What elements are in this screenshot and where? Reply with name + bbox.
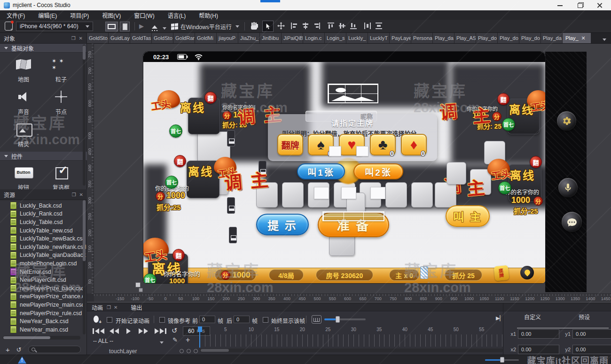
menu-item[interactable]: 视图(V) [95, 10, 127, 20]
editor-tab-active[interactable]: Play_ ✕ [563, 33, 591, 43]
editor-tab[interactable]: Play_do [476, 33, 497, 43]
record-checkbox[interactable] [107, 317, 112, 323]
object-item[interactable]: Button 按钮 [5, 166, 42, 191]
close-tab-icon[interactable]: ✕ [581, 35, 586, 41]
objects-scrollbar[interactable] [83, 45, 86, 186]
skip-start-button[interactable] [93, 328, 104, 334]
call-two-button[interactable]: 叫2张 [353, 163, 403, 179]
editor-tab[interactable]: Play_AS [454, 33, 476, 43]
editor-tab[interactable]: Play_da [433, 33, 454, 43]
add-keyframe-icon[interactable] [94, 316, 99, 323]
editor-tab[interactable]: LucklyT [368, 33, 389, 43]
card-placeholder[interactable] [282, 182, 304, 208]
float-panel-icon[interactable]: ❐ [107, 305, 111, 310]
tab-preset[interactable]: 预设 [579, 313, 590, 321]
add-animation-icon[interactable]: + [186, 336, 190, 344]
device-select[interactable]: iPhone 4/4S(960 * 640) [16, 22, 93, 31]
editor-tab[interactable]: Login_s [325, 33, 346, 43]
minimize-button[interactable] [557, 2, 563, 8]
object-item[interactable]: 地图 [5, 58, 42, 83]
card-placeholder[interactable] [446, 162, 466, 185]
card-slot[interactable] [356, 146, 368, 156]
call-master-button[interactable]: 叫 主 [446, 205, 490, 227]
file-item[interactable]: mobilePhoneLogin.csd [10, 259, 87, 268]
tab-overflow-icon[interactable] [603, 39, 606, 43]
chat-button[interactable] [562, 212, 582, 232]
file-item[interactable]: NewPlayerGift.csd [10, 276, 87, 284]
object-item[interactable]: 节点 [42, 91, 80, 116]
align-center-horizontal-icon[interactable] [302, 22, 309, 30]
tab-custom[interactable]: 自定义 [524, 313, 541, 321]
editor-tab[interactable]: JiPaiQiB [282, 33, 303, 43]
card-slot[interactable] [329, 146, 341, 156]
editor-tab[interactable]: GoldMi [195, 33, 216, 43]
move-tool-icon[interactable] [277, 22, 285, 30]
animation-filter[interactable]: -- ALL -- [93, 338, 113, 344]
publish-icon[interactable] [150, 23, 159, 31]
file-item[interactable]: newPlayerPrize_back.csd [10, 284, 87, 293]
suit-button[interactable]: ♣ 0 [370, 134, 396, 155]
edit-icon[interactable]: ✎ [172, 336, 178, 343]
card-placeholder[interactable] [435, 182, 456, 208]
restore-button[interactable] [577, 2, 583, 8]
new-scene-icon[interactable] [5, 22, 13, 31]
editor-tab[interactable]: GuidLay [109, 33, 130, 43]
file-item[interactable]: LucklyTable_qianDaoBack [10, 251, 87, 260]
card-placeholder[interactable] [385, 182, 407, 208]
menu-item[interactable]: 窗口(W) [127, 10, 161, 20]
close-panel-icon[interactable]: ✕ [79, 192, 83, 197]
float-panel-icon[interactable]: ❐ [72, 192, 76, 197]
editor-tab[interactable]: JinBibu [260, 33, 281, 43]
editor-tab[interactable]: Login.c [303, 33, 324, 43]
file-item[interactable]: NewYear_main.csd [10, 325, 87, 334]
fast-forward-button[interactable] [139, 328, 148, 334]
close-panel-icon[interactable]: ✕ [79, 36, 83, 41]
file-item[interactable]: newPlayerPrize_rule.csd [10, 309, 87, 318]
voice-button[interactable] [558, 178, 578, 197]
card-slot[interactable] [370, 187, 385, 199]
layer-name[interactable]: touchLayer [109, 348, 137, 355]
field-input[interactable]: 0.00 [518, 329, 559, 339]
sprite-placeholder[interactable] [328, 84, 378, 103]
select-tool[interactable] [262, 21, 274, 32]
call-one-button[interactable]: 叫1张 [297, 163, 345, 179]
align-top-icon[interactable] [327, 22, 335, 30]
location-pin-icon[interactable] [520, 266, 534, 279]
align-left-icon[interactable] [290, 22, 298, 30]
editor-tab[interactable]: JiaZhu_ [238, 33, 259, 43]
refresh-icon[interactable]: ↺ [16, 346, 22, 353]
file-item[interactable]: newPlayerPrize_main.csd [10, 301, 87, 309]
editor-tab[interactable]: Play_do [519, 33, 540, 43]
editor-tab[interactable]: Play_do [498, 33, 519, 43]
editor-tab[interactable]: Play_da [541, 33, 562, 43]
editor-tab[interactable]: GoldRar [173, 33, 195, 43]
add-resource-icon[interactable]: + [6, 346, 10, 354]
warning-icon[interactable] [18, 356, 26, 364]
section-basic-objects[interactable]: 基础对象 [0, 44, 86, 53]
card-back-sprite[interactable] [227, 130, 235, 147]
file-item[interactable]: LucklyTable_newBack.csd [10, 234, 87, 243]
file-item[interactable]: NetError.csd [10, 268, 87, 276]
editor-tab[interactable]: PayLaye [390, 33, 411, 43]
before-frames-input[interactable]: 0 [199, 316, 215, 323]
loop-icon[interactable]: ↺ [172, 326, 178, 335]
play-icon[interactable]: ▶ [139, 23, 144, 30]
always-show-checkbox[interactable] [263, 317, 268, 323]
field-input[interactable]: 0.00 [518, 345, 559, 354]
file-item[interactable]: Luckly_Table.csd [10, 218, 87, 226]
align-right-icon[interactable] [313, 22, 321, 30]
field-input[interactable]: 0.00 [572, 345, 611, 354]
sprite-placeholder[interactable] [322, 211, 384, 221]
flip-card-button[interactable]: 翻牌 [277, 134, 303, 155]
card-slot[interactable] [314, 187, 329, 199]
card-back-sprite[interactable] [227, 197, 235, 214]
section-controls[interactable]: 控件 [0, 152, 87, 161]
align-bottom-icon[interactable] [350, 22, 357, 30]
mirror-checkbox[interactable] [159, 317, 165, 323]
close-button[interactable] [597, 2, 603, 8]
menu-item[interactable]: 项目(P) [63, 10, 95, 20]
editor-tab[interactable]: GoldSto [87, 33, 108, 43]
files-scrollbar[interactable] [83, 200, 86, 334]
file-item[interactable]: Luckly_Rank.csd [10, 210, 87, 218]
card-placeholder[interactable] [411, 182, 433, 208]
